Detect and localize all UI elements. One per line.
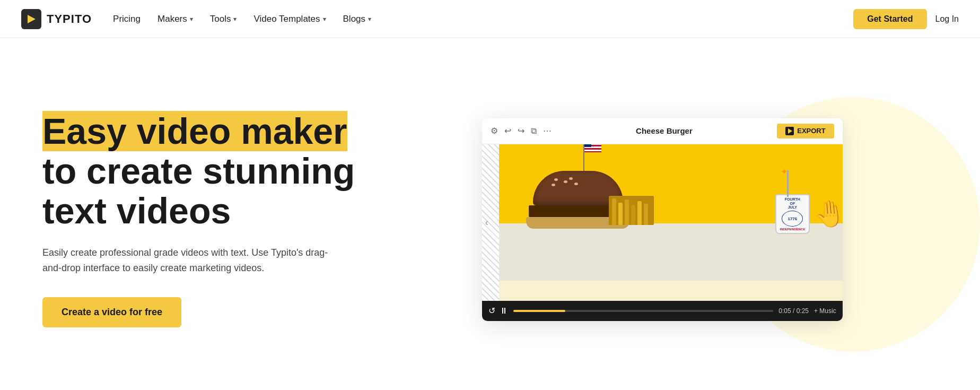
- progress-fill: [513, 310, 565, 312]
- hero-right: ⚙ ↩ ↪ ⧉ ⋯ Cheese Burger EXPORT ‹: [376, 118, 948, 321]
- food-image-area: ✦ ✦ FOURTHOFJULY 1776 INDEPENDENCE 🤚: [499, 144, 843, 281]
- fry5: [637, 201, 642, 225]
- fries-group: [609, 196, 657, 233]
- play-controls: ↺ ⏸: [488, 306, 508, 316]
- nav-blogs[interactable]: Blogs ▾: [343, 14, 372, 24]
- nav-tools[interactable]: Tools ▾: [210, 14, 237, 24]
- fry1: [612, 198, 616, 225]
- nav-left: TYPITO Pricing Makers ▾ Tools ▾ Video Te…: [21, 9, 371, 29]
- editor-canvas: ‹: [482, 144, 843, 301]
- tools-chevron: ▾: [233, 15, 237, 23]
- hand-icon: 🤚: [812, 197, 842, 230]
- video-editor: ⚙ ↩ ↪ ⧉ ⋯ Cheese Burger EXPORT ‹: [482, 118, 843, 321]
- hero-title: Easy video maker to create stunning text…: [42, 111, 355, 230]
- cup-body: FOURTHOFJULY 1776 INDEPENDENCE: [775, 194, 810, 234]
- export-button[interactable]: EXPORT: [777, 124, 834, 138]
- settings-icon[interactable]: ⚙: [491, 126, 498, 136]
- usa-flag: [584, 144, 601, 152]
- sparkler-sparks: ✦: [781, 167, 788, 177]
- fry3: [625, 200, 629, 225]
- flag-canton: [584, 144, 591, 147]
- left-panel: [482, 144, 499, 301]
- hero-title-line3: text videos: [42, 190, 231, 231]
- hero-title-highlight: Easy video maker: [42, 111, 347, 151]
- music-label[interactable]: + Music: [814, 307, 836, 315]
- get-started-button[interactable]: Get Started: [853, 9, 926, 29]
- hero-description: Easily create professional grade videos …: [42, 245, 339, 276]
- play-pause-button[interactable]: ⏸: [500, 306, 508, 316]
- brand-name: TYPITO: [47, 12, 92, 26]
- nav-video-templates[interactable]: Video Templates ▾: [253, 14, 326, 24]
- cup-emblem: 1776: [782, 211, 803, 227]
- editor-bottombar: ↺ ⏸ 0:05 / 0:25 + Music: [482, 301, 843, 321]
- undo-icon[interactable]: ↩: [504, 126, 511, 136]
- left-arrow-icon[interactable]: ‹: [485, 217, 488, 228]
- time-display: 0:05 / 0:25: [778, 307, 809, 315]
- fries-container: [609, 196, 654, 225]
- more-icon[interactable]: ⋯: [543, 126, 552, 136]
- fry2: [618, 203, 623, 225]
- hero-title-line2: to create stunning: [42, 151, 355, 191]
- video-templates-chevron: ▾: [323, 15, 326, 23]
- nav-links: Pricing Makers ▾ Tools ▾ Video Templates…: [113, 14, 371, 24]
- blogs-chevron: ▾: [368, 15, 371, 23]
- flag-stripe: [584, 150, 601, 151]
- navbar: TYPITO Pricing Makers ▾ Tools ▾ Video Te…: [0, 0, 980, 38]
- cup-group: ✦ ✦ FOURTHOFJULY 1776 INDEPENDENCE: [775, 194, 815, 234]
- logo-icon: [21, 9, 41, 29]
- fry4: [631, 205, 635, 225]
- nav-right: Get Started Log In: [853, 9, 959, 29]
- copy-icon[interactable]: ⧉: [531, 126, 537, 136]
- hero-section: Easy video maker to create stunning text…: [0, 38, 980, 390]
- hero-left: Easy video maker to create stunning text…: [42, 111, 355, 327]
- export-play-icon: [785, 127, 794, 135]
- cup-label: FOURTHOFJULY: [785, 197, 800, 210]
- redo-icon[interactable]: ↪: [518, 126, 524, 136]
- editor-topbar: ⚙ ↩ ↪ ⧉ ⋯ Cheese Burger EXPORT: [482, 118, 843, 144]
- svg-marker-0: [28, 15, 36, 23]
- nav-makers[interactable]: Makers ▾: [158, 14, 193, 24]
- login-button[interactable]: Log In: [935, 14, 959, 24]
- makers-chevron: ▾: [190, 15, 193, 23]
- fry6: [644, 204, 648, 225]
- cta-button[interactable]: Create a video for free: [42, 297, 181, 327]
- logo-link[interactable]: TYPITO: [21, 9, 92, 29]
- cup-independence: INDEPENDENCE: [780, 228, 806, 231]
- nav-pricing[interactable]: Pricing: [113, 14, 141, 24]
- restart-button[interactable]: ↺: [488, 306, 495, 316]
- progress-bar[interactable]: [513, 310, 774, 312]
- editor-toolbar-left: ⚙ ↩ ↪ ⧉ ⋯: [491, 126, 552, 136]
- editor-title: Cheese Burger: [552, 126, 777, 135]
- sparkler-sparks2: ✦: [790, 169, 795, 176]
- sesame-seeds: [554, 178, 558, 181]
